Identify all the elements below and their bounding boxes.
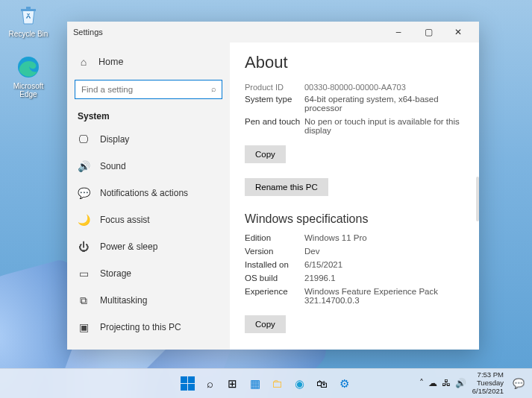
- power-icon: ⏻: [78, 241, 90, 253]
- sidebar-home[interactable]: ⌂ Home: [67, 48, 230, 75]
- taskbar-tray: ˄ ☁ 🖧 🔊 7:53 PM Tuesday 6/15/2021 💬: [419, 371, 528, 396]
- sidebar-item-power[interactable]: ⏻ Power & sleep: [67, 233, 230, 260]
- copy-windows-specs-button[interactable]: Copy: [245, 315, 286, 333]
- search-input[interactable]: [75, 80, 222, 99]
- taskbar: ⌕ ⊞ ▦ 🗀 ◉ 🛍 ⚙ ˄ ☁ 🖧 🔊 7:53 PM Tuesday 6/…: [0, 368, 532, 398]
- tray-network-icon[interactable]: 🖧: [442, 378, 451, 388]
- desktop-icon-edge[interactable]: Microsoft Edge: [6, 55, 51, 98]
- display-icon: 🖵: [78, 133, 90, 145]
- notifications-icon: 💬: [78, 187, 90, 199]
- spec-key: Experience: [245, 287, 304, 305]
- spec-key: Installed on: [245, 260, 304, 269]
- settings-sidebar: ⌂ Home ⌕ System 🖵 Display 🔊 Sound 💬 Noti…: [67, 42, 230, 350]
- device-spec-row: System type 64-bit operating system, x64…: [245, 95, 464, 113]
- multitasking-icon: ⧉: [78, 294, 90, 306]
- recycle-bin-icon: [16, 3, 40, 27]
- storage-icon: ▭: [78, 268, 90, 279]
- device-spec-row: Pen and touch No pen or touch input is a…: [245, 117, 464, 135]
- store-icon: 🛍: [316, 377, 328, 390]
- spec-key: System type: [245, 95, 304, 113]
- sidebar-item-projecting[interactable]: ▣ Projecting to this PC: [67, 314, 230, 341]
- desktop-icon-label: Recycle Bin: [6, 30, 51, 38]
- spec-value: Dev: [304, 247, 464, 256]
- windows-logo-icon: [181, 376, 195, 391]
- sidebar-item-sound[interactable]: 🔊 Sound: [67, 153, 230, 180]
- spec-value: 64-bit operating system, x64-based proce…: [304, 95, 464, 113]
- spec-value: Windows Feature Experience Pack 321.1470…: [304, 287, 464, 305]
- folder-icon: 🗀: [272, 377, 283, 390]
- start-button[interactable]: [179, 375, 197, 393]
- truncated-product-row: Product ID 00330-80000-00000-AA703: [245, 83, 464, 92]
- sidebar-item-label: Sound: [100, 161, 126, 171]
- sidebar-item-label: Power & sleep: [100, 241, 157, 252]
- sidebar-item-label: Display: [100, 134, 129, 145]
- taskbar-explorer-button[interactable]: 🗀: [269, 375, 287, 393]
- widgets-icon: ▦: [250, 377, 260, 391]
- tray-chevron-up-icon[interactable]: ˄: [419, 378, 424, 388]
- sidebar-item-multitasking[interactable]: ⧉ Multitasking: [67, 287, 230, 314]
- taskbar-widgets-button[interactable]: ▦: [246, 375, 264, 393]
- sidebar-item-label: Projecting to this PC: [100, 322, 181, 332]
- projecting-icon: ▣: [78, 321, 90, 333]
- rename-pc-button[interactable]: Rename this PC: [245, 178, 328, 196]
- close-icon: ✕: [454, 27, 462, 37]
- sidebar-item-storage[interactable]: ▭ Storage: [67, 260, 230, 287]
- windows-spec-row: Edition Windows 11 Pro: [245, 233, 464, 242]
- spec-value: No pen or touch input is available for t…: [304, 117, 464, 135]
- taskbar-store-button[interactable]: 🛍: [313, 375, 331, 393]
- spec-value: 6/15/2021: [304, 260, 464, 269]
- desktop-icon-label: Microsoft Edge: [6, 82, 51, 98]
- home-icon: ⌂: [78, 56, 90, 68]
- close-button[interactable]: ✕: [443, 22, 473, 42]
- spec-value: 21996.1: [304, 274, 464, 282]
- tray-onedrive-icon[interactable]: ☁: [428, 378, 437, 388]
- taskbar-settings-button[interactable]: ⚙: [336, 375, 354, 393]
- copy-device-specs-button[interactable]: Copy: [245, 145, 286, 163]
- minimize-button[interactable]: –: [384, 22, 413, 42]
- titlebar[interactable]: Settings – ▢ ✕: [67, 22, 479, 42]
- sidebar-item-shared[interactable]: ⇄ Shared experiences: [67, 341, 230, 350]
- sidebar-home-label: Home: [98, 57, 123, 67]
- settings-content: About Product ID 00330-80000-00000-AA703…: [230, 42, 479, 350]
- desktop-icon-recycle-bin[interactable]: Recycle Bin: [6, 3, 51, 38]
- window-title: Settings: [73, 28, 384, 37]
- spec-key: Version: [245, 247, 304, 256]
- search-icon: ⌕: [211, 84, 216, 93]
- sidebar-item-notifications[interactable]: 💬 Notifications & actions: [67, 180, 230, 206]
- tray-volume-icon[interactable]: 🔊: [455, 378, 466, 388]
- clock-date: 6/15/2021: [472, 388, 504, 396]
- sidebar-section-system: System: [67, 104, 230, 126]
- windows-spec-row: Installed on 6/15/2021: [245, 260, 464, 269]
- search-icon: ⌕: [207, 377, 213, 390]
- maximize-icon: ▢: [425, 27, 433, 37]
- taskbar-search-button[interactable]: ⌕: [201, 375, 219, 393]
- spec-key: Pen and touch: [245, 117, 304, 135]
- spec-key: OS build: [245, 274, 304, 282]
- sidebar-item-label: Storage: [100, 268, 131, 279]
- taskbar-taskview-button[interactable]: ⊞: [224, 375, 242, 393]
- taskbar-center: ⌕ ⊞ ▦ 🗀 ◉ 🛍 ⚙: [179, 375, 354, 393]
- taskbar-clock[interactable]: 7:53 PM Tuesday 6/15/2021: [472, 371, 504, 396]
- taskbar-notifications-button[interactable]: 💬: [510, 374, 528, 392]
- sidebar-item-label: Shared experiences: [100, 349, 180, 350]
- focus-icon: 🌙: [78, 214, 90, 226]
- sidebar-item-label: Notifications & actions: [100, 188, 188, 198]
- scrollbar-thumb[interactable]: [476, 177, 479, 221]
- sidebar-item-display[interactable]: 🖵 Display: [67, 126, 230, 153]
- windows-spec-row: Experience Windows Feature Experience Pa…: [245, 287, 464, 305]
- gear-icon: ⚙: [339, 377, 349, 391]
- sidebar-item-label: Focus assist: [100, 215, 150, 225]
- shared-icon: ⇄: [78, 348, 90, 350]
- spec-key: Edition: [245, 233, 304, 242]
- windows-specs-heading: Windows specifications: [245, 212, 464, 226]
- taskbar-edge-button[interactable]: ◉: [291, 375, 309, 393]
- sidebar-item-label: Multitasking: [100, 295, 147, 306]
- maximize-button[interactable]: ▢: [413, 22, 443, 42]
- spec-value: Windows 11 Pro: [304, 233, 464, 242]
- edge-icon: ◉: [295, 377, 304, 391]
- taskview-icon: ⊞: [228, 377, 237, 391]
- sidebar-item-focus-assist[interactable]: 🌙 Focus assist: [67, 206, 230, 233]
- sound-icon: 🔊: [78, 160, 90, 172]
- windows-spec-row: OS build 21996.1: [245, 274, 464, 282]
- settings-window: Settings – ▢ ✕ ⌂ Home ⌕ System 🖵 Display…: [67, 22, 479, 350]
